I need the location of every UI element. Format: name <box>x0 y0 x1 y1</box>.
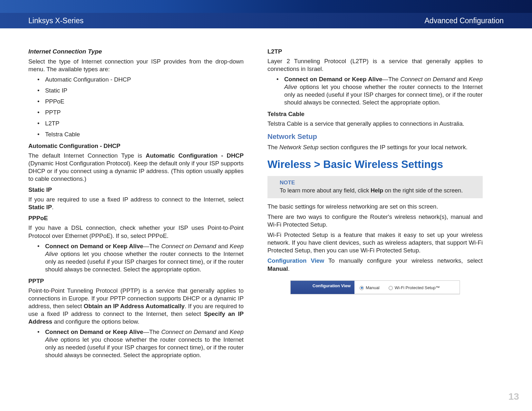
text: To learn more about any field, click <box>280 187 371 194</box>
text-italic: Connect on Demand <box>161 328 216 335</box>
pppoe-paragraph: If you have a DSL connection, check whet… <box>28 224 244 240</box>
network-setup-paragraph: The Network Setup section configures the… <box>267 143 483 151</box>
text: and <box>455 76 469 83</box>
screenshot-row: Configuration View Manual Wi-Fi Protecte… <box>291 281 459 294</box>
text: options let you choose whether the route… <box>45 336 244 358</box>
wireless-p1: The basic settings for wireless networki… <box>267 203 483 210</box>
text-italic: Connect on Demand <box>400 76 455 83</box>
heading-wireless-basic: Wireless > Basic Wireless Settings <box>267 158 483 171</box>
text: on the right side of the screen. <box>383 187 463 194</box>
config-view-paragraph: Configuration View To manually configure… <box>267 257 483 272</box>
wireless-p3: Wi-Fi Protected Setup is a feature that … <box>267 231 483 254</box>
pptp-paragraph: Point-to-Point Tunneling Protocol (PPTP)… <box>28 287 244 326</box>
radio-label: Manual <box>366 285 380 291</box>
text: —The <box>143 243 161 250</box>
text: To manually configure your wireless netw… <box>324 257 483 264</box>
text: The <box>267 144 279 151</box>
telstra-paragraph: Telstra Cable is a service that generall… <box>267 120 483 128</box>
list-item: PPTP <box>35 109 244 116</box>
right-column: L2TP Layer 2 Tunneling Protocol (L2TP) i… <box>267 48 483 363</box>
radio-icon <box>389 286 393 290</box>
l2tp-bullet-list: Connect on Demand or Keep Alive—The Conn… <box>275 75 483 106</box>
text: . <box>288 265 290 272</box>
radio-option-wps[interactable]: Wi-Fi Protected Setup™ <box>389 285 440 291</box>
dhcp-paragraph: The default Internet Connection Type is … <box>28 152 244 183</box>
top-gradient-bar <box>0 0 532 13</box>
note-box: NOTE To learn more about any field, clic… <box>267 176 483 198</box>
header-section: Advanced Configuration <box>425 16 504 25</box>
list-item: PPPoE <box>35 98 244 105</box>
heading-network-setup: Network Setup <box>267 132 483 142</box>
pptp-bullet-list: Connect on Demand or Keep Alive—The Conn… <box>35 328 244 359</box>
radio-icon <box>360 286 364 290</box>
list-item: Connect on Demand or Keep Alive—The Conn… <box>275 75 483 106</box>
text-bold: Connect on Demand or Keep Alive <box>45 328 143 335</box>
text-bold: Automatic Configuration - DHCP <box>146 152 244 159</box>
heading-pptp: PPTP <box>28 277 244 285</box>
text-bold: Manual <box>267 265 288 272</box>
text: (Dynamic Host Configuration Protocol). K… <box>28 160 244 182</box>
text-italic: Connect on Demand <box>161 243 216 250</box>
text: and <box>216 243 230 250</box>
text: options let you choose whether the route… <box>45 250 244 273</box>
text-italic: Network Setup <box>279 144 318 151</box>
text: and configure the options below. <box>52 318 140 325</box>
header-bar: Linksys X-Series Advanced Configuration <box>0 13 532 28</box>
text: —The <box>143 328 161 335</box>
connection-type-list: Automatic Configuration - DHCP Static IP… <box>35 76 244 138</box>
heading-telstra: Telstra Cable <box>267 110 483 118</box>
embedded-screenshot: Configuration View Manual Wi-Fi Protecte… <box>290 280 460 295</box>
intro-paragraph: Select the type of Internet connection y… <box>28 58 244 73</box>
left-column: Internet Connection Type Select the type… <box>28 48 244 363</box>
list-item: Automatic Configuration - DHCP <box>35 76 244 83</box>
heading-static-ip: Static IP <box>28 186 244 194</box>
text-bold: Connect on Demand or Keep Alive <box>45 243 143 250</box>
l2tp-paragraph: Layer 2 Tunneling Protocol (L2TP) is a s… <box>267 57 483 73</box>
screenshot-section-label: Configuration View <box>291 281 354 294</box>
wireless-p2: There are two ways to configure the Rout… <box>267 213 483 229</box>
config-view-link: Configuration View <box>267 257 324 264</box>
text-bold: Static IP <box>28 204 52 210</box>
header-product: Linksys X-Series <box>28 16 83 25</box>
list-item: Static IP <box>35 87 244 94</box>
text-bold: Connect on Demand or Keep Alive <box>284 76 382 83</box>
text: . <box>52 204 53 210</box>
heading-internet-connection-type: Internet Connection Type <box>28 48 244 56</box>
text: —The <box>382 76 400 83</box>
text: section configures the IP settings for y… <box>318 144 467 151</box>
radio-option-manual[interactable]: Manual <box>360 285 380 291</box>
radio-label: Wi-Fi Protected Setup™ <box>395 285 440 291</box>
list-item: L2TP <box>35 120 244 127</box>
text: The default Internet Connection Type is <box>28 152 146 159</box>
list-item: Telstra Cable <box>35 131 244 138</box>
text-bold: Obtain an IP Address Automatically <box>84 303 185 309</box>
text-bold: Help <box>371 187 383 194</box>
heading-pppoe: PPPoE <box>28 214 244 222</box>
heading-l2tp: L2TP <box>267 48 483 55</box>
heading-dhcp: Automatic Configuration - DHCP <box>28 142 244 150</box>
list-item: Connect on Demand or Keep Alive—The Conn… <box>35 328 244 359</box>
text: and <box>216 328 230 335</box>
pppoe-bullet-list: Connect on Demand or Keep Alive—The Conn… <box>35 242 244 273</box>
text: options let you choose whether the route… <box>284 83 483 106</box>
content-area: Internet Connection Type Select the type… <box>0 28 532 363</box>
screenshot-options: Manual Wi-Fi Protected Setup™ <box>354 281 459 294</box>
list-item: Connect on Demand or Keep Alive—The Conn… <box>35 242 244 273</box>
text: If you are required to use a fixed IP ad… <box>28 196 244 203</box>
static-ip-paragraph: If you are required to use a fixed IP ad… <box>28 196 244 211</box>
note-label: NOTE <box>280 179 478 187</box>
page-number: 13 <box>508 391 519 402</box>
